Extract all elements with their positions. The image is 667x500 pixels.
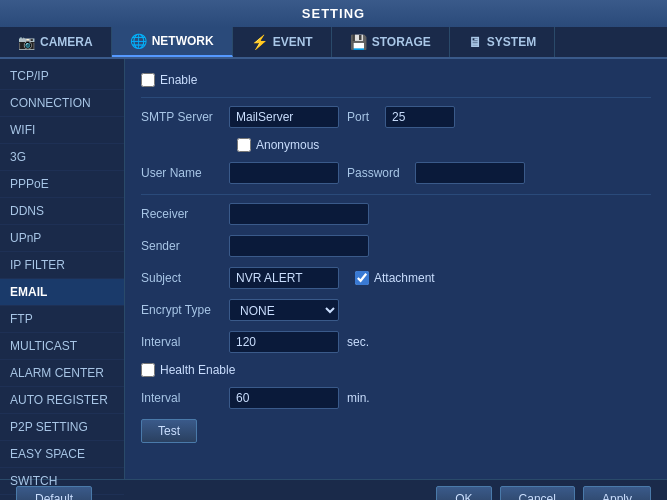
- interval-unit: sec.: [347, 335, 369, 349]
- tab-storage[interactable]: 💾 STORAGE: [332, 27, 450, 57]
- tab-system[interactable]: 🖥 SYSTEM: [450, 27, 555, 57]
- action-buttons: OK Cancel Apply: [436, 486, 651, 501]
- sidebar-item-tcpip[interactable]: TCP/IP: [0, 63, 124, 90]
- sidebar: TCP/IP CONNECTION WIFI 3G PPPoE DDNS UPn…: [0, 59, 125, 479]
- tab-network[interactable]: 🌐 NETWORK: [112, 27, 233, 57]
- health-interval-row: Interval min.: [141, 387, 651, 409]
- attachment-label: Attachment: [374, 271, 435, 285]
- sidebar-item-easyspace[interactable]: EASY SPACE: [0, 441, 124, 468]
- credentials-row: User Name Password: [141, 162, 651, 184]
- main-layout: TCP/IP CONNECTION WIFI 3G PPPoE DDNS UPn…: [0, 59, 667, 479]
- interval-row: Interval sec.: [141, 331, 651, 353]
- separator-1: [141, 97, 651, 98]
- subject-label: Subject: [141, 271, 221, 285]
- encrypt-type-label: Encrypt Type: [141, 303, 221, 317]
- username-input[interactable]: [229, 162, 339, 184]
- anonymous-checkbox-wrap[interactable]: Anonymous: [237, 138, 319, 152]
- ok-button[interactable]: OK: [436, 486, 491, 501]
- smtp-server-label: SMTP Server: [141, 110, 221, 124]
- test-row: Test: [141, 419, 651, 443]
- sidebar-item-upnp[interactable]: UPnP: [0, 225, 124, 252]
- enable-label: Enable: [160, 73, 197, 87]
- camera-icon: 📷: [18, 34, 35, 50]
- receiver-row: Receiver: [141, 203, 651, 225]
- health-enable-checkbox-wrap[interactable]: Health Enable: [141, 363, 235, 377]
- separator-2: [141, 194, 651, 195]
- tab-camera[interactable]: 📷 CAMERA: [0, 27, 112, 57]
- receiver-label: Receiver: [141, 207, 221, 221]
- subject-row: Subject Attachment: [141, 267, 651, 289]
- smtp-server-input[interactable]: [229, 106, 339, 128]
- sender-label: Sender: [141, 239, 221, 253]
- health-enable-row: Health Enable: [141, 363, 651, 377]
- attachment-checkbox[interactable]: [355, 271, 369, 285]
- health-enable-label: Health Enable: [160, 363, 235, 377]
- tab-storage-label: STORAGE: [372, 35, 431, 49]
- username-label: User Name: [141, 166, 221, 180]
- subject-input[interactable]: [229, 267, 339, 289]
- sidebar-item-multicast[interactable]: MULTICAST: [0, 333, 124, 360]
- sidebar-item-3g[interactable]: 3G: [0, 144, 124, 171]
- cancel-button[interactable]: Cancel: [500, 486, 575, 501]
- test-button[interactable]: Test: [141, 419, 197, 443]
- port-label: Port: [347, 110, 377, 124]
- sidebar-item-ddns[interactable]: DDNS: [0, 198, 124, 225]
- tab-system-label: SYSTEM: [487, 35, 536, 49]
- tab-camera-label: CAMERA: [40, 35, 93, 49]
- interval-input[interactable]: [229, 331, 339, 353]
- anonymous-row: Anonymous: [141, 138, 651, 152]
- default-button[interactable]: Default: [16, 486, 92, 501]
- sidebar-item-autoregister[interactable]: AUTO REGISTER: [0, 387, 124, 414]
- sidebar-item-alarmcenter[interactable]: ALARM CENTER: [0, 360, 124, 387]
- attachment-checkbox-wrap[interactable]: Attachment: [355, 271, 435, 285]
- enable-checkbox[interactable]: [141, 73, 155, 87]
- title-bar: SETTING: [0, 0, 667, 27]
- sender-row: Sender: [141, 235, 651, 257]
- interval-label: Interval: [141, 335, 221, 349]
- health-interval-input[interactable]: [229, 387, 339, 409]
- sender-input[interactable]: [229, 235, 369, 257]
- sidebar-item-ipfilter[interactable]: IP FILTER: [0, 252, 124, 279]
- storage-icon: 💾: [350, 34, 367, 50]
- port-input[interactable]: [385, 106, 455, 128]
- top-tabs: 📷 CAMERA 🌐 NETWORK ⚡ EVENT 💾 STORAGE 🖥 S…: [0, 27, 667, 59]
- health-enable-checkbox[interactable]: [141, 363, 155, 377]
- network-icon: 🌐: [130, 33, 147, 49]
- anonymous-label: Anonymous: [256, 138, 319, 152]
- apply-button[interactable]: Apply: [583, 486, 651, 501]
- health-interval-unit: min.: [347, 391, 370, 405]
- encrypt-type-select[interactable]: NONE SSL TLS: [229, 299, 339, 321]
- password-input[interactable]: [415, 162, 525, 184]
- sidebar-item-pppoe[interactable]: PPPoE: [0, 171, 124, 198]
- enable-row: Enable: [141, 73, 651, 87]
- encrypt-row: Encrypt Type NONE SSL TLS: [141, 299, 651, 321]
- event-icon: ⚡: [251, 34, 268, 50]
- password-label: Password: [347, 166, 407, 180]
- tab-event-label: EVENT: [273, 35, 313, 49]
- anonymous-checkbox[interactable]: [237, 138, 251, 152]
- title-text: SETTING: [302, 6, 365, 21]
- content-area: Enable SMTP Server Port Anonymous User N…: [125, 59, 667, 479]
- smtp-row: SMTP Server Port: [141, 106, 651, 128]
- receiver-input[interactable]: [229, 203, 369, 225]
- tab-event[interactable]: ⚡ EVENT: [233, 27, 332, 57]
- sidebar-item-email[interactable]: EMAIL: [0, 279, 124, 306]
- enable-checkbox-wrap[interactable]: Enable: [141, 73, 197, 87]
- health-interval-label: Interval: [141, 391, 221, 405]
- sidebar-item-connection[interactable]: CONNECTION: [0, 90, 124, 117]
- sidebar-item-ftp[interactable]: FTP: [0, 306, 124, 333]
- tab-network-label: NETWORK: [152, 34, 214, 48]
- sidebar-item-p2psetting[interactable]: P2P SETTING: [0, 414, 124, 441]
- system-icon: 🖥: [468, 34, 482, 50]
- sidebar-item-wifi[interactable]: WIFI: [0, 117, 124, 144]
